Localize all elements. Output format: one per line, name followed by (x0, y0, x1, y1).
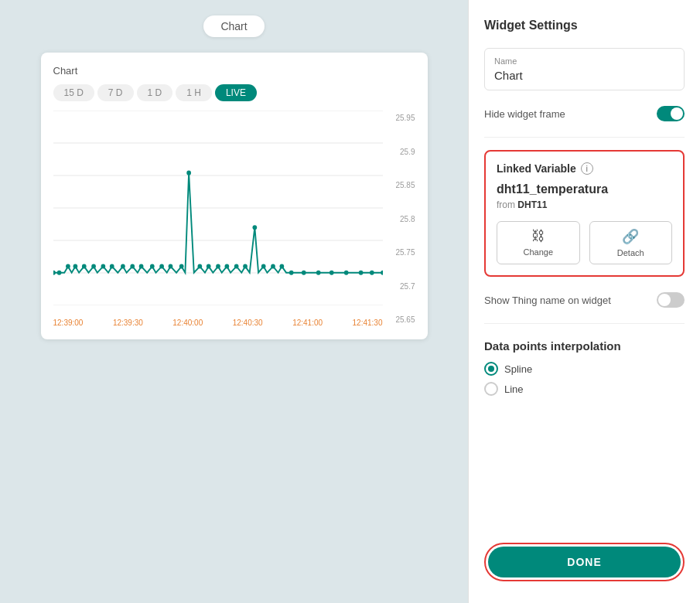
done-button[interactable]: DONE (488, 547, 681, 577)
divider-1 (484, 137, 685, 138)
time-btn-1h[interactable]: 1 H (176, 84, 212, 101)
svg-point-34 (301, 271, 306, 275)
svg-point-22 (186, 171, 191, 175)
chart-widget: Chart 15 D 7 D 1 D 1 H LIVE 25.95 25.9 2… (41, 53, 428, 339)
svg-point-11 (81, 264, 86, 269)
svg-point-14 (109, 264, 114, 269)
chart-tab[interactable]: Chart (203, 15, 264, 37)
svg-point-37 (343, 271, 348, 275)
line-radio-row[interactable]: Line (484, 382, 685, 396)
svg-point-8 (56, 271, 61, 275)
name-label: Name (494, 56, 674, 66)
change-label: Change (523, 247, 553, 257)
linked-variable-title: Linked Variable (497, 162, 576, 175)
hide-frame-label: Hide widget frame (484, 108, 565, 120)
line-radio[interactable] (484, 382, 498, 396)
linked-variable-header: Linked Variable i (497, 162, 672, 175)
spline-label: Spline (504, 363, 532, 375)
hide-frame-row: Hide widget frame (484, 103, 685, 124)
svg-point-18 (149, 264, 154, 269)
change-button[interactable]: ⛓ Change (497, 221, 580, 264)
spacer (484, 417, 685, 524)
name-field-group: Name Chart (484, 48, 685, 90)
svg-point-26 (224, 264, 229, 269)
time-btn-7d[interactable]: 7 D (97, 84, 134, 101)
svg-point-13 (101, 264, 105, 269)
svg-point-32 (279, 264, 284, 269)
line-label: Line (504, 383, 524, 395)
change-icon: ⛓ (531, 228, 545, 244)
svg-point-36 (329, 271, 333, 275)
svg-point-31 (271, 264, 275, 269)
show-thing-toggle[interactable] (657, 292, 685, 308)
info-icon[interactable]: i (581, 162, 593, 175)
right-panel: Widget Settings Name Chart Hide widget f… (468, 0, 700, 603)
detach-icon: 🔗 (622, 228, 639, 245)
svg-point-39 (369, 271, 374, 275)
svg-point-40 (381, 271, 383, 275)
done-btn-outer: DONE (484, 543, 685, 581)
hide-frame-toggle[interactable] (657, 106, 685, 121)
svg-point-9 (66, 264, 70, 269)
svg-point-25 (216, 264, 220, 269)
svg-point-24 (206, 264, 210, 269)
spline-radio-row[interactable]: Spline (484, 362, 685, 376)
svg-point-19 (159, 264, 164, 269)
svg-point-17 (138, 264, 143, 269)
y-labels: 25.95 25.9 25.85 25.8 25.75 25.7 25.65 (386, 111, 415, 327)
svg-point-33 (289, 271, 293, 275)
svg-point-38 (358, 271, 363, 275)
variable-name: dht11_temperatura (497, 182, 672, 196)
name-value[interactable]: Chart (494, 69, 674, 82)
divider-2 (484, 323, 685, 324)
svg-point-30 (261, 264, 265, 269)
left-panel: Chart Chart 15 D 7 D 1 D 1 H LIVE 25.95 … (0, 0, 468, 603)
svg-point-23 (197, 264, 202, 269)
time-btn-live[interactable]: LIVE (215, 84, 257, 101)
time-buttons: 15 D 7 D 1 D 1 H LIVE (53, 84, 415, 101)
svg-point-12 (91, 264, 96, 269)
time-btn-15d[interactable]: 15 D (53, 84, 94, 101)
chart-area: 25.95 25.9 25.85 25.8 25.75 25.7 25.65 (53, 111, 415, 327)
svg-point-21 (179, 264, 183, 269)
show-thing-row: Show Thing name on widget (484, 289, 685, 311)
spline-radio[interactable] (484, 362, 498, 376)
svg-point-35 (316, 271, 320, 275)
variable-source: from DHT11 (497, 199, 672, 210)
svg-point-20 (168, 264, 172, 269)
chart-widget-title: Chart (53, 65, 415, 77)
widget-settings-title: Widget Settings (484, 19, 685, 32)
svg-point-10 (73, 264, 77, 269)
interpolation-section: Data points interpolation Spline Line (484, 336, 685, 405)
action-buttons: ⛓ Change 🔗 Detach (497, 221, 672, 264)
svg-point-15 (121, 264, 125, 269)
detach-label: Detach (617, 248, 644, 257)
chart-tab-label: Chart (220, 20, 247, 32)
svg-point-29 (252, 225, 257, 230)
svg-point-28 (243, 264, 248, 269)
time-btn-1d[interactable]: 1 D (137, 84, 173, 101)
show-thing-label: Show Thing name on widget (484, 295, 611, 306)
chart-svg-container (53, 111, 383, 305)
linked-variable-section: Linked Variable i dht11_temperatura from… (484, 150, 685, 277)
detach-button[interactable]: 🔗 Detach (589, 221, 673, 264)
svg-point-27 (234, 264, 238, 269)
done-btn-wrapper: DONE (484, 537, 685, 584)
interpolation-title: Data points interpolation (484, 339, 685, 353)
svg-point-16 (130, 264, 135, 269)
x-labels: 12:39:00 12:39:30 12:40:00 12:40:30 12:4… (53, 319, 383, 327)
svg-point-7 (53, 271, 56, 275)
